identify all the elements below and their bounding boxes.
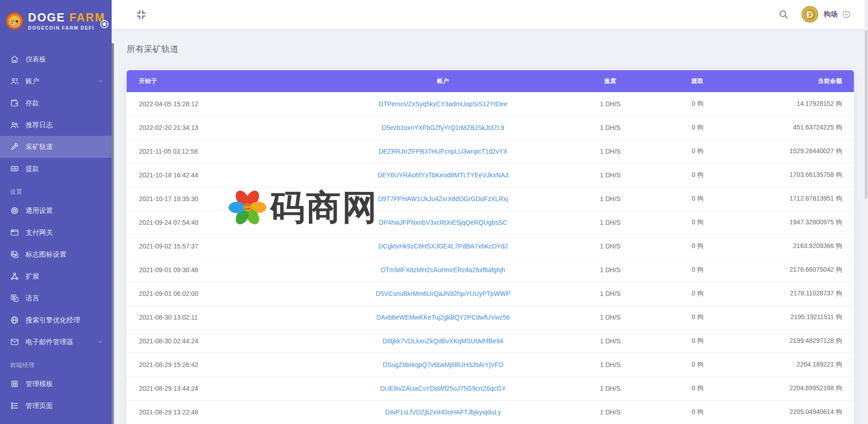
cell-started-at: 2021-08-29 13:22:48 (127, 400, 330, 424)
sidebar-item-manage-templates[interactable]: 管理模板 (0, 373, 112, 395)
cell-speed: 1 DH/S (556, 92, 665, 116)
sidebar-scrollbar[interactable] (112, 43, 114, 424)
cell-started-at: 2021-09-01 09:30:48 (127, 258, 330, 282)
sidebar-item-dashboard[interactable]: 仪表板 (0, 48, 112, 70)
account-link[interactable]: D5ezb1oxnYXFbGZfyYrQ1rMZBJSkJt37L9 (382, 124, 504, 131)
table-row: 2021-10-18 16:42:44DEY6UYRAohfYxTbKeod8M… (127, 163, 854, 187)
table-header-row: 开始于帐户速度提取当前余额 (127, 70, 854, 92)
table-row: 2022-04-05 15:28:12DTPemoVZxSyq5kyCY3adm… (127, 92, 854, 116)
sidebar-item-manage-pages[interactable]: 管理页面 (0, 395, 112, 417)
doge-logo-icon (5, 7, 24, 35)
cell-started-at: 2021-08-29 15:26:42 (127, 353, 330, 377)
hammer-icon (10, 142, 19, 151)
search-icon[interactable] (778, 9, 789, 20)
gear-icon (10, 206, 19, 215)
sidebar-pin-toggle[interactable] (100, 20, 108, 28)
account-link[interactable]: D8tjkk7VDLkxnZkQdBvXKqMSUtAthfBe94 (383, 337, 503, 345)
user-name[interactable]: 狗场 (824, 10, 837, 19)
cell-speed: 1 DH/S (556, 163, 665, 187)
account-link[interactable]: DP4hwJFPNxnbV3xcRtXiESjqQeRQUgbsSC (379, 219, 507, 226)
sidebar-item-label: 支付网关 (26, 228, 53, 237)
sidebar-item-withdrawals[interactable]: 提款 (0, 158, 112, 180)
cell-account: DAiP1sLfVDZjbZeiHDoHAFTJbjkyiqduLy (330, 400, 556, 424)
chevron-down-icon (97, 339, 103, 345)
sidebar-item-accounts[interactable]: 账户 (0, 70, 112, 92)
account-link[interactable]: DAiP1sLfVDZjbZeiHDoHAFTJbjkyiqduLy (385, 408, 501, 416)
cell-speed: 1 DH/S (556, 353, 665, 377)
topbar: Ð 狗场 (112, 0, 868, 29)
sidebar-item-label: 标志图标设置 (26, 250, 67, 259)
cell-started-at: 2022-04-05 15:28:12 (127, 92, 330, 116)
account-link[interactable]: DAxb6eWEMwKKeTuj2gkBQY2PCdwfUVwz56 (376, 314, 510, 321)
cell-account: DTm58FX8zMH2cAuHmrERz4a25xf6afghjh (330, 258, 556, 282)
user-avatar[interactable]: Ð (801, 6, 818, 23)
cell-current-balance: 2178.11028737 狗 (730, 282, 854, 305)
page-scrollbar-thumb[interactable] (865, 30, 868, 199)
account-link[interactable]: DTPemoVZxSyq5kyCY3admUopSiS12YtDee (379, 100, 507, 108)
cell-speed: 1 DH/S (556, 305, 665, 329)
cell-withdrawn: 0 狗 (665, 163, 730, 187)
page-content: 所有采矿轨道 开始于帐户速度提取当前余额 2022-04-05 15:28:12… (112, 29, 868, 424)
cell-account: DAxb6eWEMwKKeTuj2gkBQY2PCdwfUVwz56 (330, 305, 556, 329)
cell-account: DSugZ8brkqpQ7v6baMj6BUH3JttArYjVFD (330, 353, 556, 377)
cell-account: D5ezb1oxnYXFbGZfyYrQ1rMZBJSkJt37L9 (330, 116, 556, 140)
cell-current-balance: 2163.9209366 狗 (730, 234, 854, 258)
table-row: 2021-09-01 06:02:00D5VCsnuBkrMm6UrQaJN92… (127, 282, 854, 305)
sidebar-item-payment-gateway[interactable]: 支付网关 (0, 222, 112, 243)
cell-current-balance: 451.63724225 狗 (730, 116, 854, 140)
envelope-icon (10, 337, 19, 346)
cell-account: DEZRRJrrZFPB37HUFcnpLU3wnpcT1d2vYX (330, 140, 556, 163)
sidebar-item-deposits[interactable]: 存款 (0, 92, 112, 114)
account-link[interactable]: DEZRRJrrZFPB37HUFcnpLU3wnpcT1d2vYX (379, 148, 508, 155)
share-nodes-icon (10, 272, 19, 281)
chevron-down-circle-icon[interactable] (842, 10, 851, 19)
sidebar-item-language[interactable]: 语言 (0, 287, 112, 309)
sidebar-item-general-settings[interactable]: 通用设置 (0, 200, 112, 222)
table-row: 2021-08-29 15:26:42DSugZ8brkqpQ7v6baMj6B… (127, 353, 854, 377)
brand-title: DOGE FARM (28, 11, 105, 23)
account-link[interactable]: DSugZ8brkqpQ7v6baMj6BUH3JttArYjVFD (383, 361, 503, 368)
cell-withdrawn: 0 狗 (665, 377, 730, 400)
chevron-down-icon (97, 78, 103, 84)
cell-started-at: 2021-09-24 07:54:40 (127, 211, 330, 234)
brand-logo[interactable]: DOGE FARM DOGECOIN FARM DEFI (0, 0, 112, 39)
sidebar-item-referral-log[interactable]: 推荐日志 (0, 114, 112, 136)
column-header: 当前余额 (730, 70, 854, 92)
cell-started-at: 2021-08-30 13:02:11 (127, 305, 330, 329)
table-row: 2021-10-17 18:35:30D9T7PPHAW1UkJu4ZxrX8d… (127, 187, 854, 211)
sidebar-item-extensions[interactable]: 扩展 (0, 265, 112, 287)
cell-current-balance: 14.17928152 狗 (730, 92, 854, 116)
cell-withdrawn: 0 狗 (665, 211, 730, 234)
cell-started-at: 2021-09-01 06:02:00 (127, 282, 330, 305)
sidebar-item-mining-tracks[interactable]: 采矿轨道 (0, 136, 112, 158)
dogecoin-avatar-icon: Ð (801, 6, 818, 23)
cell-withdrawn: 0 狗 (665, 140, 730, 163)
cell-withdrawn: 0 狗 (665, 116, 730, 140)
cell-current-balance: 1712.87813951 狗 (730, 187, 854, 211)
sidebar-item-email-manager[interactable]: 电子邮件管理器 (0, 331, 112, 353)
sidebar-item-label: 搜索引擎优化经理 (26, 316, 80, 325)
sidebar-item-seo-manager[interactable]: 搜索引擎优化经理 (0, 309, 112, 331)
cell-account: DEY6UYRAohfYxTbKeod8MTLTYEeVJkxNA3 (330, 163, 556, 187)
wallet-icon (10, 98, 19, 108)
cell-speed: 1 DH/S (556, 282, 665, 305)
sidebar-item-label: 提款 (26, 165, 39, 173)
table-body: 2022-04-05 15:28:12DTPemoVZxSyq5kyCY3adm… (127, 92, 854, 424)
column-header: 速度 (556, 70, 665, 92)
account-link[interactable]: DUE8ivZAUaCsYDoWf25oJ75G9crtZ6qcGY (380, 385, 506, 392)
account-link[interactable]: D9T7PPHAW1UkJu4ZxrX8dDGrGDoFzXLRxj (378, 195, 508, 202)
page-scrollbar[interactable] (864, 0, 868, 424)
account-link[interactable]: DCgktvHk9zC6HSXJGE4L7PdBA7x6KcDYdJ (378, 243, 508, 250)
users-icon (10, 77, 19, 86)
collapse-menu-icon[interactable] (135, 9, 147, 21)
cell-withdrawn: 0 狗 (665, 234, 730, 258)
account-link[interactable]: D5VCsnuBkrMm6UrQaJN92hpiYUUyPTpWWP (376, 290, 510, 297)
cell-withdrawn: 0 狗 (665, 353, 730, 377)
account-link[interactable]: DEY6UYRAohfYxTbKeod8MTLTYEeVJkxNA3 (377, 171, 508, 179)
sidebar-item-logo-icon-settings[interactable]: 标志图标设置 (0, 243, 112, 265)
cell-speed: 1 DH/S (556, 329, 665, 353)
account-link[interactable]: DTm58FX8zMH2cAuHmrERz4a25xf6afghjh (381, 266, 505, 274)
cell-account: DTPemoVZxSyq5kyCY3admUopSiS12YtDee (330, 92, 556, 116)
sidebar-item-label: 通用设置 (26, 207, 53, 215)
cell-current-balance: 1947.32800975 狗 (730, 211, 854, 234)
